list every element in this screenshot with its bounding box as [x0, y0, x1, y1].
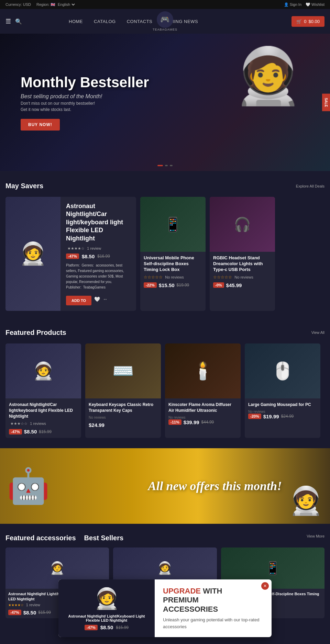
hero-content: Monthly Bestseller Best selling product … [21, 74, 149, 131]
product-name-2: Kinscoter Flame Aroma Diffuser Air Humid… [168, 402, 237, 414]
featured-products-title: Featured Products [6, 329, 66, 337]
acc-old-price-0: $15.99 [38, 610, 51, 615]
product-price-row-0: -47% $8.50 $15.99 [9, 429, 78, 434]
popup-price-row: -47% $8.50 $15.99 [85, 624, 129, 625]
hero-banner: Monthly Bestseller Best selling product … [0, 34, 330, 171]
savers-product-info-0: Universal Mobile Phone Self-discipline B… [140, 252, 206, 292]
savers-price-0: $15.50 [159, 282, 175, 288]
savers-product-info-1: RGBIC Headset Stand Dreamcolor Lights wi… [210, 252, 275, 292]
top-bar: Currency: USD Region: 🇬🇧 English 👤 Sign … [0, 0, 330, 9]
featured-compare-icon[interactable]: ↔ [103, 296, 108, 302]
savers-price-row-0: -22% $15.50 $19.99 [144, 282, 202, 288]
featured-product-info: Astronaut Nightlight/Car light/keyboard … [60, 197, 136, 311]
hero-subtitle: Best selling product of the Month! [21, 93, 149, 100]
product-card-2: 🕯️ Kinscoter Flame Aroma Diffuser Air Hu… [165, 343, 241, 438]
savers-product-image-0: 📱 [140, 197, 206, 252]
dot-1[interactable] [157, 165, 163, 166]
hero-dots [157, 165, 173, 166]
header-right: 🛒 0 $0.00 [292, 16, 324, 27]
featured-add-to-cart[interactable]: ADD TO [66, 296, 91, 305]
hero-astronaut-image: 🧑‍🚀 [234, 44, 302, 109]
product-price-row-2: -11% $39.99 $44.99 [168, 419, 237, 425]
product-old-price-2: $44.99 [201, 420, 214, 425]
product-stars-2: No reviews [168, 416, 237, 419]
product-price-row-3: -20% $19.99 $24.99 [248, 414, 317, 419]
header: ☰ 🔍 HOME CATALOG 🎮 TEABAGAMES CONTACTS G… [0, 9, 330, 34]
savers-product-name-0: Universal Mobile Phone Self-discipline B… [144, 255, 202, 273]
cart-count: 0 [304, 19, 306, 24]
popup-overlay: 🧑‍🚀 Astronaut Nightlight/ Light/Keyboard… [58, 579, 272, 625]
nav-home[interactable]: HOME [69, 19, 83, 24]
product-image-2: 🕯️ [165, 343, 241, 398]
featured-product-name: Astronaut Nightlight/Car light/keyboard … [66, 202, 131, 242]
promo-banner: 🤖 All new offers this month! 🧑‍🚀 [0, 448, 330, 524]
savers-discount-0: -22% [144, 282, 157, 288]
products-grid: 🧑‍🚀 Astronaut Nightlight/Car light/keybo… [6, 343, 324, 438]
savers-stars-0: ☆☆☆☆☆ No reviews [144, 275, 202, 280]
product-name-3: Large Gaming Mousepad for PC [248, 402, 317, 408]
cart-button[interactable]: 🛒 0 $0.00 [292, 16, 324, 27]
savers-card-0: 📱 Universal Mobile Phone Self-discipline… [140, 197, 206, 311]
product-stars-1: No reviews [89, 416, 157, 419]
popup-product-name: Astronaut Nightlight/ Light/Keyboard Lig… [65, 614, 148, 622]
hero-side-sale[interactable]: SALE [322, 94, 330, 111]
accessories-header: Featured accessories Best Sellers View M… [6, 534, 324, 542]
featured-card-actions: ADD TO 🤍 ↔ [66, 293, 131, 305]
featured-products-header: Featured Products View All [6, 329, 324, 337]
product-price-2: $39.99 [184, 419, 199, 425]
featured-product-image: 🧑‍🚀 [6, 197, 60, 311]
product-info-0: Astronaut Nightlight/Car light/keyboard … [6, 398, 81, 438]
best-sellers-title: Best Sellers [84, 534, 124, 542]
hero-desc2: Get it now while stocks last. [21, 107, 149, 112]
top-bar-left: Currency: USD Region: 🇬🇧 English [6, 2, 76, 7]
product-price-0: $8.50 [24, 429, 37, 434]
savers-old-price-0: $19.99 [177, 283, 189, 287]
nav-catalog[interactable]: CATALOG [94, 19, 116, 24]
popup-product-image: 🧑‍🚀 [94, 586, 120, 611]
product-price-row-1: $24.99 [89, 422, 157, 428]
savers-product-image-1: 🎧 [210, 197, 275, 252]
dot-2[interactable] [165, 165, 168, 166]
popup-close-button[interactable]: ✕ [261, 582, 269, 590]
hero-cta-button[interactable]: BUY NOW! [21, 119, 60, 131]
acc-price-0: $8.50 [23, 610, 36, 615]
logo-icon: 🎮 [157, 11, 173, 28]
main-nav: HOME CATALOG 🎮 TEABAGAMES CONTACTS GAMIN… [69, 19, 198, 24]
hamburger-menu[interactable]: ☰ [6, 18, 11, 25]
top-bar-right: 👤 Sign In 🤍 Wishlist [284, 2, 324, 7]
search-icon[interactable]: 🔍 [15, 18, 22, 25]
product-image-0: 🧑‍🚀 [6, 343, 81, 398]
logo-text: TEABAGAMES [153, 28, 177, 31]
wishlist-link[interactable]: 🤍 Wishlist [306, 2, 324, 7]
popup-description: Unleash your gaming potential with our t… [163, 617, 263, 625]
explore-all-link[interactable]: Explore All Deals [296, 184, 324, 188]
currency-label: Currency: USD [6, 2, 31, 7]
featured-price-current: $8.50 [82, 253, 95, 259]
savers-price-1: $45.99 [226, 282, 242, 288]
signin-link[interactable]: 👤 Sign In [284, 2, 301, 7]
nav-contacts[interactable]: CONTACTS [127, 19, 153, 24]
language-select[interactable]: English [56, 2, 76, 7]
product-image-3: 🖱️ [245, 343, 320, 398]
accessories-view-more-link[interactable]: View More [307, 534, 324, 542]
may-savers-featured-card: 🧑‍🚀 Astronaut Nightlight/Car light/keybo… [6, 197, 136, 311]
dot-3[interactable] [170, 165, 173, 166]
accessories-title: Featured accessories [6, 534, 76, 542]
product-stars-0: ★★★☆☆ 1 reviews [9, 421, 78, 426]
product-old-price-0: $15.99 [39, 429, 52, 434]
product-image-1: ⌨️ [85, 343, 161, 398]
featured-products-section: Featured Products View All 🧑‍🚀 Astronaut… [0, 318, 330, 445]
featured-discount-badge: -47% [66, 253, 79, 259]
featured-wishlist-icon[interactable]: 🤍 [94, 296, 100, 302]
savers-card-1: 🎧 RGBIC Headset Stand Dreamcolor Lights … [210, 197, 275, 311]
logo: 🎮 TEABAGAMES [153, 11, 177, 31]
product-card-0: 🧑‍🚀 Astronaut Nightlight/Car light/keybo… [6, 343, 81, 438]
featured-meta: Platform: Genres: accessories, best sell… [66, 263, 131, 290]
product-card-1: ⌨️ Keyboard Keycaps Classic Retro Transp… [85, 343, 161, 438]
region-label: Region: 🇬🇧 English [36, 2, 76, 7]
popup-product-preview: 🧑‍🚀 Astronaut Nightlight/ Light/Keyboard… [58, 579, 155, 625]
featured-view-all-link[interactable]: View All [311, 330, 324, 335]
promo-title: All new offers this month! [148, 479, 282, 493]
may-savers-section: May Savers Explore All Deals 🧑‍🚀 Astrona… [0, 171, 330, 318]
product-name-1: Keyboard Keycaps Classic Retro Transpare… [89, 402, 157, 414]
